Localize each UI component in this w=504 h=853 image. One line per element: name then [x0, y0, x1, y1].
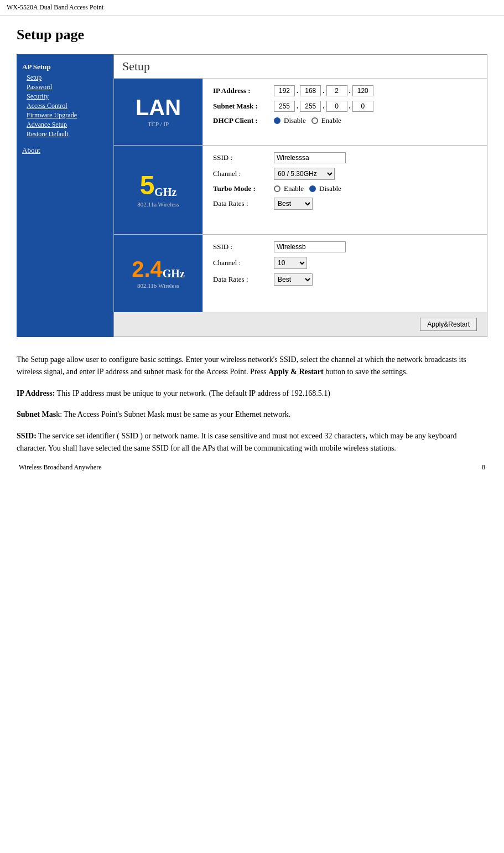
sidebar-item-firmware[interactable]: Firmware Upgrade [27, 111, 108, 120]
subnet-octet-1[interactable] [274, 101, 295, 112]
lan-icon: LAN TCP / IP [114, 79, 202, 145]
ssid-term: SSID: [17, 432, 37, 440]
ip-address-label: IP Address : [213, 86, 274, 95]
subnet-octet-3[interactable] [326, 101, 347, 112]
ghz24-ssid-row: SSID : [213, 241, 477, 252]
ip-address-row: IP Address : . . . [213, 85, 477, 96]
ghz24-datarates-label: Data Rates : [213, 275, 274, 284]
ghz5-turbo-row: Turbo Mode : Enable Disable [213, 184, 477, 193]
ghz5-ssid-input[interactable] [274, 152, 346, 163]
desc-para-3: Subnet Mask: The Access Point's Subnet M… [17, 409, 487, 421]
ghz5-turbo-enable-option[interactable]: Enable [274, 184, 304, 193]
ghz24-channel-select[interactable]: 10 [274, 257, 307, 269]
ghz5-turbo-disable-label: Disable [319, 184, 341, 193]
dhcp-row: DHCP Client : Disable Enable [213, 116, 477, 125]
sidebar: AP Setup Setup Password Security Access … [17, 54, 113, 337]
ghz5-unit: GHz [154, 186, 176, 199]
dhcp-radio-group: Disable Enable [274, 116, 341, 125]
ghz24-ssid-input[interactable] [274, 241, 346, 252]
dhcp-disable-label: Disable [284, 116, 306, 125]
ghz5-datarates-select[interactable]: Best [274, 198, 313, 210]
ghz24-channel-label: Channel : [213, 259, 274, 267]
sidebar-section-title: AP Setup [22, 63, 108, 71]
footer-right: 8 [482, 463, 485, 472]
ghz5-channel-row: Channel : 60 / 5.30GHz [213, 168, 477, 180]
subnet-inputs: . . . [274, 101, 373, 112]
ip-dot-2: . [322, 86, 325, 95]
header-title: WX-5520A Dual Band Access Point [7, 3, 103, 11]
ghz24-ssid-label: SSID : [213, 242, 274, 251]
dhcp-label: DHCP Client : [213, 116, 274, 125]
ghz5-turbo-enable-radio-icon [274, 185, 280, 192]
setup-title: Setup [114, 55, 487, 79]
sidebar-item-advance[interactable]: Advance Setup [27, 121, 108, 129]
sidebar-item-setup[interactable]: Setup [27, 74, 108, 82]
ghz5-channel-select[interactable]: 60 / 5.30GHz [274, 168, 335, 180]
ghz5-form: SSID : Channel : 60 / 5.30GHz Turbo Mode… [202, 146, 487, 234]
ghz5-turbo-enable-label: Enable [284, 184, 304, 193]
dhcp-enable-option[interactable]: Enable [311, 116, 341, 125]
ghz5-datarates-label: Data Rates : [213, 199, 274, 208]
subnet-term: Subnet Mas [17, 410, 56, 418]
layout-container: AP Setup Setup Password Security Access … [17, 54, 487, 337]
subnet-mask-row: Subnet Mask : . . . [213, 101, 477, 112]
ghz24-icon: 2.4 GHz 802.11b Wireless [114, 235, 202, 312]
ip-octet-1[interactable] [274, 85, 295, 96]
ghz24-subtitle: 802.11b Wireless [132, 282, 185, 289]
page-header: WX-5520A Dual Band Access Point [0, 0, 504, 15]
ghz5-icon: 5 GHz 802.11a Wireless [114, 146, 202, 234]
subnet-dot-3: . [349, 102, 351, 111]
ghz5-turbo-disable-option[interactable]: Disable [309, 184, 341, 193]
sidebar-item-restore[interactable]: Restore Default [27, 130, 108, 138]
desc-para-4: SSID: The service set identifier ( SSID … [17, 430, 487, 455]
ghz5-channel-label: Channel : [213, 169, 274, 178]
ghz24-section: 2.4 GHz 802.11b Wireless SSID : Channel [114, 235, 487, 312]
lan-icon-subtitle: TCP / IP [136, 121, 181, 127]
sidebar-item-access-control[interactable]: Access Control [27, 102, 108, 110]
ghz5-turbo-group: Enable Disable [274, 184, 341, 193]
ghz5-datarates-row: Data Rates : Best [213, 198, 477, 210]
subnet-octet-4[interactable] [352, 101, 373, 112]
apply-bold: Apply & Restart [268, 368, 324, 376]
desc-para-2: IP Address: This IP address must be uniq… [17, 387, 487, 400]
apply-restart-button[interactable]: Apply&Restart [420, 318, 477, 331]
ghz24-channel-row: Channel : 10 [213, 257, 477, 269]
apply-btn-row: Apply&Restart [114, 312, 487, 337]
ghz5-section: 5 GHz 802.11a Wireless SSID : Channel : [114, 146, 487, 235]
ghz5-subtitle: 802.11a Wireless [137, 201, 179, 208]
sidebar-item-security[interactable]: Security [27, 92, 108, 101]
dhcp-enable-radio-icon [311, 117, 318, 124]
desc-section: The Setup page allow user to configure b… [17, 354, 487, 454]
dhcp-disable-radio-icon [274, 117, 280, 124]
lan-icon-text: LAN [136, 96, 181, 118]
ghz24-unit: GHz [163, 267, 185, 280]
subnet-dot-1: . [296, 102, 299, 111]
ip-dot-1: . [296, 86, 299, 95]
main-content: Setup page AP Setup Setup Password Secur… [0, 15, 504, 483]
subnet-dot-2: . [322, 102, 325, 111]
ip-octet-4[interactable] [352, 85, 373, 96]
sidebar-item-about[interactable]: About [22, 146, 108, 155]
subnet-octet-2[interactable] [300, 101, 321, 112]
dhcp-disable-option[interactable]: Disable [274, 116, 306, 125]
content-area: Setup LAN TCP / IP IP Address : . [113, 54, 487, 337]
desc-para-1: The Setup page allow user to configure b… [17, 354, 487, 379]
ip-term: IP Address: [17, 389, 55, 397]
ip-octet-2[interactable] [300, 85, 321, 96]
page-title: Setup page [17, 27, 487, 43]
ghz5-ssid-label: SSID : [213, 153, 274, 162]
ip-dot-3: . [349, 86, 351, 95]
lan-form: IP Address : . . . Subnet M [202, 79, 487, 145]
subnet-mask-label: Subnet Mask : [213, 102, 274, 111]
ghz24-datarates-row: Data Rates : Best [213, 273, 477, 286]
ghz24-datarates-select[interactable]: Best [274, 273, 313, 286]
ip-octet-3[interactable] [326, 85, 347, 96]
lan-section: LAN TCP / IP IP Address : . . [114, 79, 487, 146]
dhcp-enable-label: Enable [321, 116, 341, 125]
ghz5-turbo-label: Turbo Mode : [213, 184, 274, 193]
ghz5-ssid-row: SSID : [213, 152, 477, 163]
ip-address-inputs: . . . [274, 85, 373, 96]
footer-left: Wireless Broadband Anywhere [19, 463, 101, 472]
sidebar-item-password[interactable]: Password [27, 83, 108, 91]
footer-bar: Wireless Broadband Anywhere 8 [17, 463, 487, 472]
